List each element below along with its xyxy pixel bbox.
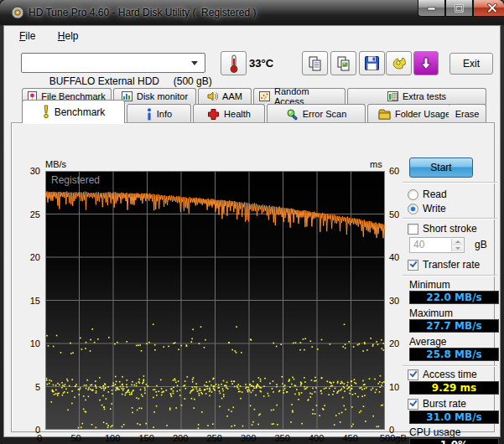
tab-aam[interactable]: AAM <box>198 88 252 104</box>
drive-select-value: BUFFALO External HDD (500 gB) <box>49 75 212 87</box>
x-tick: 50 <box>71 433 105 443</box>
checkbox-checked-icon <box>408 399 418 410</box>
folder-usage-icon <box>378 109 391 120</box>
chart-plot-area <box>45 171 385 430</box>
access-time-label: Access time <box>423 369 477 380</box>
exit-button[interactable]: Exit <box>449 53 493 75</box>
maximize-button[interactable] <box>445 0 473 17</box>
y-right-tick: 10 <box>389 382 399 392</box>
write-radio[interactable]: Write <box>408 203 446 214</box>
spin-down-icon[interactable] <box>452 245 463 252</box>
x-tick: 100 <box>105 433 138 443</box>
average-value: 25.8 MB/s <box>409 348 499 361</box>
tab-label: Info <box>157 109 172 119</box>
options-button[interactable] <box>386 51 412 75</box>
menu-help[interactable]: Help <box>55 29 82 43</box>
tab-disk-monitor[interactable]: Disk monitor <box>113 88 196 104</box>
options-icon <box>391 55 407 71</box>
save-button[interactable] <box>359 51 385 75</box>
tab-health[interactable]: Health <box>193 104 265 123</box>
spinner-arrows[interactable] <box>451 239 463 251</box>
close-button[interactable] <box>473 0 504 17</box>
y-left-tick: 5 <box>18 382 40 392</box>
separator <box>403 365 497 367</box>
x-tick: 150 <box>139 433 173 443</box>
start-button[interactable]: Start <box>409 157 473 178</box>
short-stroke-value: 40 <box>413 239 424 250</box>
y-left-tick: 15 <box>18 296 40 306</box>
speaker-icon <box>207 91 218 101</box>
tab-folder-usage[interactable]: Folder Usage <box>367 104 461 123</box>
tab-label: Disk monitor <box>137 91 188 101</box>
app-window: HD Tune Pro 4.60 - Hard Disk Utility ( R… <box>0 0 504 444</box>
info-icon <box>146 108 153 121</box>
transfer-rate-checkbox[interactable]: Transfer rate <box>408 259 480 271</box>
separator <box>403 218 497 219</box>
benchmark-page: MB/s ms Registered Start Read Write <box>11 122 495 432</box>
window-title: HD Tune Pro 4.60 - Hard Disk Utility ( R… <box>29 7 256 18</box>
radio-icon <box>408 189 418 200</box>
error-scan-icon <box>286 108 299 121</box>
copy-image-icon <box>336 55 351 72</box>
tab-benchmark[interactable]: Benchmark <box>22 100 125 123</box>
access-time-checkbox[interactable]: Access time <box>408 369 477 380</box>
tab-label: Benchmark <box>55 106 106 118</box>
tab-label: Error Scan <box>303 109 347 119</box>
y-left-axis-title: MB/s <box>45 159 66 169</box>
tab-error-scan[interactable]: Error Scan <box>267 104 366 123</box>
y-right-axis-title: ms <box>370 159 382 169</box>
copy-image-button[interactable] <box>330 51 356 75</box>
y-right-tick: 20 <box>389 338 399 348</box>
read-radio[interactable]: Read <box>408 188 447 200</box>
checkbox-checked-icon <box>408 369 418 380</box>
menu-file[interactable]: File <box>16 29 39 43</box>
tab-info[interactable]: Info <box>127 104 191 123</box>
save-icon <box>364 55 380 71</box>
client-area: File Help BUFFALO External HDD (500 gB) … <box>3 25 501 437</box>
y-right-tick: 40 <box>389 252 399 262</box>
update-button[interactable] <box>413 51 439 75</box>
copy-text-button[interactable] <box>302 51 328 75</box>
x-tick: 500gB <box>380 433 413 443</box>
short-stroke-checkbox[interactable]: Short stroke <box>408 223 477 235</box>
tab-label: Extra tests <box>403 91 446 101</box>
short-stroke-unit: gB <box>475 239 487 250</box>
title-bar[interactable]: HD Tune Pro 4.60 - Hard Disk Utility ( R… <box>0 0 504 25</box>
read-label: Read <box>423 188 447 200</box>
y-left-tick: 20 <box>18 252 40 262</box>
chevron-down-icon <box>191 61 198 65</box>
thermometer-icon <box>229 54 239 73</box>
checkbox-icon <box>408 224 418 235</box>
transfer-rate-label: Transfer rate <box>423 259 480 271</box>
y-right-tick: 50 <box>389 209 399 219</box>
benchmark-chart: Registered <box>45 171 385 430</box>
update-icon <box>420 57 432 70</box>
tab-extra-tests[interactable]: Extra tests <box>347 88 486 104</box>
y-left-tick: 25 <box>18 209 40 219</box>
menu-bar: File Help <box>4 26 500 46</box>
y-right-tick: 30 <box>389 296 399 306</box>
radio-selected-icon <box>408 204 418 214</box>
write-label: Write <box>423 203 446 214</box>
x-tick: 400 <box>309 433 342 443</box>
temperature-button[interactable] <box>221 51 247 75</box>
short-stroke-spinner[interactable]: 40 <box>409 237 465 253</box>
burst-rate-checkbox[interactable]: Burst rate <box>408 398 466 410</box>
y-left-tick: 10 <box>18 338 40 348</box>
burst-rate-value: 31.0 MB/s <box>409 410 499 424</box>
tab-label: Erase <box>455 109 480 119</box>
close-icon <box>487 3 497 13</box>
x-tick: 300 <box>241 433 274 443</box>
toolbar: BUFFALO External HDD (500 gB) 33°C <box>4 46 500 85</box>
x-tick: 450 <box>343 433 377 443</box>
registered-watermark: Registered <box>51 174 100 186</box>
x-tick: 0 <box>37 433 70 443</box>
spin-up-icon[interactable] <box>452 239 463 245</box>
checkbox-checked-icon <box>408 260 418 271</box>
tab-random-access[interactable]: Random Access <box>253 88 346 104</box>
drive-select-dropdown[interactable]: BUFFALO External HDD (500 gB) <box>21 53 205 73</box>
tab-erase-label[interactable]: Erase <box>449 104 486 123</box>
y-left-tick: 30 <box>18 166 40 176</box>
minimize-button[interactable] <box>418 0 445 17</box>
random-access-icon <box>259 91 270 101</box>
